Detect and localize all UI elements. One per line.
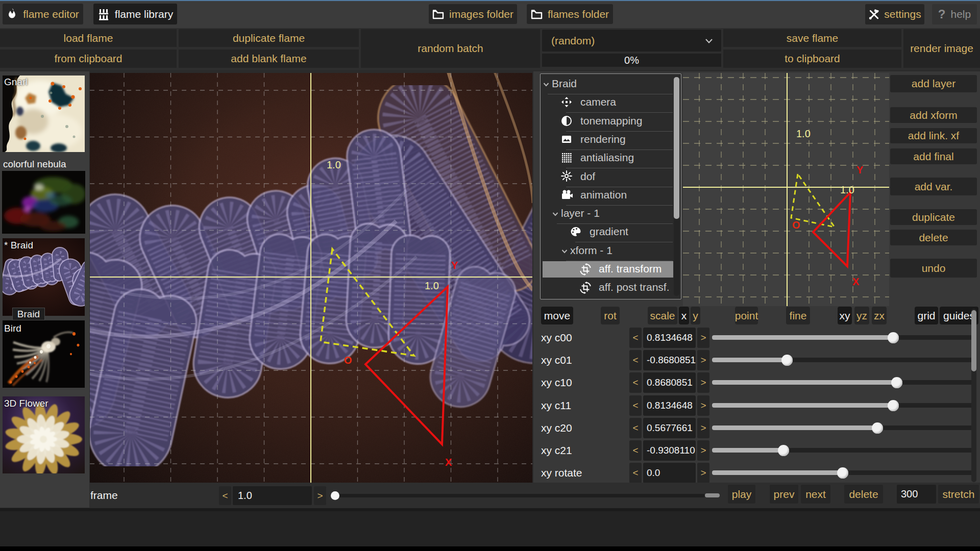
svg-text:Y: Y (451, 260, 458, 271)
svg-text:1.0: 1.0 (840, 184, 854, 195)
svg-text:1.0: 1.0 (327, 159, 341, 170)
svg-text:1.0: 1.0 (425, 280, 439, 291)
svg-text:X: X (445, 457, 452, 468)
svg-text:O: O (792, 219, 800, 231)
svg-text:X: X (852, 276, 860, 287)
svg-text:1.0: 1.0 (796, 128, 811, 139)
svg-text:O: O (344, 355, 352, 366)
svg-text:Y: Y (856, 164, 864, 176)
